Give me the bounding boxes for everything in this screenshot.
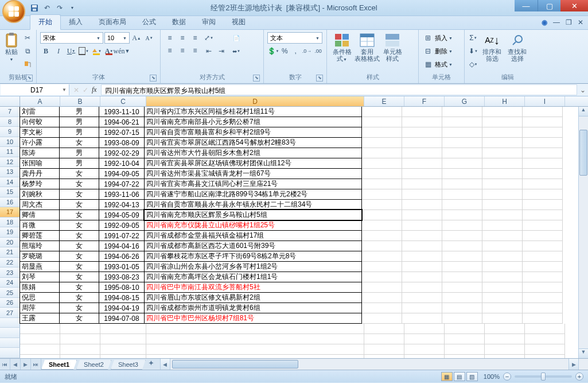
cell[interactable] [402, 179, 442, 189]
cell[interactable]: 四川省巴中市巴州区杨坝村7组81号 [144, 313, 362, 324]
cell[interactable]: 1994-07-08 [99, 313, 145, 324]
cell[interactable] [20, 334, 60, 344]
page-break-view-button[interactable]: ▧ [466, 372, 478, 381]
cell[interactable]: 1993-08-09 [99, 137, 145, 148]
find-select-button[interactable]: 查找和 选择 [506, 32, 529, 70]
cell[interactable] [525, 355, 565, 358]
cell[interactable]: 女 [59, 313, 99, 324]
cell[interactable] [362, 231, 402, 241]
cell[interactable]: 女 [59, 230, 99, 241]
row-header[interactable]: 10 [0, 137, 20, 148]
cell[interactable] [523, 293, 563, 303]
sheet-tab-Sheet3[interactable]: Sheet3 [111, 360, 146, 370]
cell[interactable] [402, 241, 442, 251]
cell[interactable] [402, 158, 442, 169]
cell[interactable] [442, 303, 482, 313]
select-all-corner[interactable] [0, 96, 20, 106]
fill-color-button[interactable]: ▼ [91, 45, 102, 57]
fx-icon[interactable]: fx [92, 86, 97, 94]
cell[interactable] [146, 355, 364, 358]
cell[interactable]: 男 [59, 117, 99, 127]
cell[interactable] [402, 220, 442, 231]
cell[interactable] [525, 334, 565, 344]
cell[interactable] [402, 127, 442, 138]
cell[interactable]: 刘婉秋 [20, 189, 60, 200]
cell[interactable] [442, 117, 482, 127]
sheet-tab-Sheet1[interactable]: Sheet1 [41, 360, 77, 370]
cell[interactable]: 1993-01-05 [99, 261, 145, 272]
cell[interactable]: 熊瑞玲 [20, 241, 60, 251]
cell[interactable]: 四川省宜宾市高县文江镇同心村三皇庙21号 [144, 179, 362, 189]
row-header[interactable]: 17 [0, 207, 20, 218]
decrease-decimal-icon[interactable]: .00 [313, 45, 323, 57]
page-layout-view-button[interactable]: ▤ [454, 372, 465, 381]
cell[interactable] [523, 189, 563, 200]
cell[interactable] [482, 251, 523, 262]
font-color-button[interactable]: A▼ [103, 45, 115, 57]
cell[interactable]: 女 [59, 199, 99, 210]
cell[interactable] [362, 138, 402, 148]
comma-style-icon[interactable]: , [291, 45, 301, 57]
cell[interactable] [482, 293, 523, 303]
cell[interactable]: 胡显燕 [20, 261, 60, 272]
col-header-E[interactable]: E [364, 96, 404, 106]
number-format-combo[interactable]: 文本▼ [267, 32, 322, 44]
underline-button[interactable]: U▼ [65, 45, 77, 57]
name-box[interactable]: D17▼ [1, 84, 69, 95]
cell[interactable]: 四川省成都市高新区西芯大道601号附39号 [144, 241, 362, 251]
cell[interactable]: 李文彬 [20, 127, 60, 138]
cell[interactable]: 女 [59, 302, 99, 313]
row-header[interactable]: 19 [0, 227, 20, 238]
cell[interactable] [362, 158, 402, 169]
qat-dropdown-icon[interactable]: ▼ [68, 3, 77, 13]
phonetic-icon[interactable]: wén▼ [116, 45, 127, 57]
cell[interactable] [482, 127, 523, 138]
format-cells-button[interactable]: ▦格式▼ [422, 59, 461, 70]
cell[interactable]: 女 [59, 220, 99, 231]
cell[interactable]: 四川省成都市金堂县福兴镇金福村17组 [144, 230, 362, 241]
tab-审阅[interactable]: 审阅 [194, 15, 224, 29]
maximize-button[interactable]: ▢ [538, 0, 560, 11]
delete-cells-button[interactable]: ⊟删除▼ [422, 45, 461, 57]
cell[interactable] [402, 189, 442, 200]
cell[interactable]: 卿倩 [20, 210, 60, 220]
cell[interactable]: 1994-09-05 [99, 168, 145, 179]
row-header[interactable]: 26 [0, 298, 20, 308]
merge-center-button[interactable]: ⬌▼ [229, 45, 243, 57]
conditional-format-button[interactable]: 条件格式▼ [330, 32, 353, 63]
cell[interactable] [100, 324, 146, 334]
cell[interactable] [100, 344, 146, 355]
cell[interactable]: 陈涛 [20, 148, 60, 158]
cell[interactable] [404, 355, 445, 358]
cell[interactable]: 四川省成都市崇州市道明镇龙黄村6组 [144, 302, 362, 313]
cell[interactable] [402, 262, 442, 272]
cell[interactable] [362, 117, 402, 127]
cell[interactable] [442, 220, 482, 231]
cell[interactable] [402, 251, 442, 262]
cell[interactable] [482, 169, 523, 179]
cell[interactable] [442, 189, 482, 200]
cell[interactable] [482, 262, 523, 272]
cell[interactable] [442, 200, 482, 210]
cell[interactable] [60, 355, 100, 358]
sheet-nav-last-icon[interactable]: ⏭ [31, 359, 41, 370]
cell[interactable]: 1994-06-26 [99, 251, 145, 262]
font-size-combo[interactable]: 10▼ [104, 32, 130, 44]
cell[interactable] [402, 169, 442, 179]
cell[interactable] [482, 107, 523, 117]
col-header-H[interactable]: H [485, 96, 525, 106]
align-left-icon[interactable]: ≡ [164, 45, 176, 56]
cell[interactable] [442, 138, 482, 148]
cell[interactable]: 四川省达州市大竹县朝阳乡木鱼村2组 [144, 148, 362, 158]
col-header-C[interactable]: C [100, 96, 146, 106]
office-button[interactable] [2, 0, 25, 23]
row-header[interactable]: 11 [0, 147, 20, 157]
cell[interactable] [60, 344, 100, 355]
cell[interactable]: 龚丹丹 [20, 168, 60, 179]
minimize-button[interactable]: — [515, 0, 538, 11]
align-top-icon[interactable]: ≡ [164, 32, 176, 44]
cell[interactable] [442, 251, 482, 262]
percent-icon[interactable]: % [280, 45, 290, 57]
orientation-icon[interactable]: ⤢▼ [203, 32, 215, 44]
increase-indent-icon[interactable]: ⇥ [216, 45, 227, 57]
